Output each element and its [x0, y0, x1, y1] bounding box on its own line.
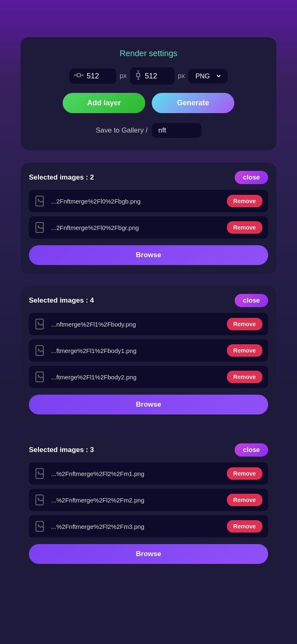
svg-point-13: [38, 226, 39, 227]
file-name-label: ...%2Fnftmerge%2Fl2%2Fm3.png: [51, 523, 222, 530]
group-header-3: Selected images : 3close: [29, 443, 268, 457]
image-groups-container: Selected images : 2close ...2Fnftmerge%2…: [0, 163, 297, 573]
width-px-label: px: [120, 72, 127, 80]
height-input[interactable]: [145, 72, 170, 80]
group-header-1: Selected images : 2close: [29, 171, 268, 184]
browse-button-2[interactable]: Browse: [29, 395, 268, 414]
list-item: ...2Fnftmerge%2Fl0%2Fbgb.pngRemove: [29, 190, 268, 212]
file-name-label: ...%2Fnftmerge%2Fl2%2Fm1.png: [51, 470, 222, 477]
image-group-1: Selected images : 2close ...2Fnftmerge%2…: [21, 163, 276, 274]
list-item: ...ftmerge%2Fl1%2Fbody1.pngRemove: [29, 339, 268, 362]
height-input-wrap: [130, 67, 174, 85]
group-header-2: Selected images : 4close: [29, 294, 268, 307]
width-input[interactable]: [87, 72, 111, 80]
svg-rect-5: [137, 73, 140, 77]
file-name-label: ...nftmerge%2Fl1%2Fbody.png: [51, 321, 222, 328]
add-layer-button[interactable]: Add layer: [63, 93, 145, 113]
image-group-2: Selected images : 4close ...nftmerge%2Fl…: [21, 286, 276, 424]
remove-button[interactable]: Remove: [227, 467, 262, 480]
list-item: ...nftmerge%2Fl1%2Fbody.pngRemove: [29, 313, 268, 335]
file-name-label: ...ftmerge%2Fl1%2Fbody2.png: [51, 374, 222, 381]
render-settings-title: Render settings: [33, 49, 264, 58]
format-select[interactable]: PNG JPG WEBP: [194, 72, 222, 80]
image-group-3: Selected images : 3close ...%2Fnftmerge%…: [21, 435, 276, 573]
close-button-2[interactable]: close: [235, 294, 268, 307]
list-item: ...2Fnftmerge%2Fl0%2Fbgr.pngRemove: [29, 216, 268, 239]
remove-button[interactable]: Remove: [227, 371, 262, 383]
svg-point-23: [38, 498, 39, 500]
format-select-wrap[interactable]: PNG JPG WEBP: [188, 69, 228, 83]
file-name-label: ...%2Fnftmerge%2Fl2%2Fm2.png: [51, 497, 222, 504]
height-icon: [135, 71, 141, 81]
browse-button-1[interactable]: Browse: [29, 245, 268, 265]
render-settings-card: Render settings px: [21, 37, 276, 150]
svg-point-19: [38, 375, 39, 376]
list-item: ...ftmerge%2Fl1%2Fbody2.pngRemove: [29, 366, 268, 388]
list-item: ...%2Fnftmerge%2Fl2%2Fm3.pngRemove: [29, 515, 268, 537]
save-name-input[interactable]: [152, 123, 201, 138]
save-to-gallery-label: Save to Gallery /: [96, 126, 148, 135]
remove-button[interactable]: Remove: [227, 195, 262, 207]
remove-button[interactable]: Remove: [227, 221, 262, 234]
svg-point-17: [38, 349, 39, 350]
svg-point-11: [38, 199, 39, 201]
svg-point-25: [38, 525, 39, 526]
file-name-label: ...ftmerge%2Fl1%2Fbody1.png: [51, 347, 222, 354]
height-px-label: px: [178, 72, 185, 80]
save-row: Save to Gallery /: [33, 123, 264, 138]
action-row: Add layer Generate: [33, 93, 264, 113]
group-title-1: Selected images : 2: [29, 173, 94, 182]
svg-point-15: [38, 322, 39, 324]
file-name-label: ...2Fnftmerge%2Fl0%2Fbgb.png: [51, 198, 222, 205]
remove-button[interactable]: Remove: [227, 520, 262, 533]
close-button-1[interactable]: close: [235, 171, 268, 184]
file-name-label: ...2Fnftmerge%2Fl0%2Fbgr.png: [51, 224, 222, 231]
dimension-row: px px PNG JPG WEBP: [33, 67, 264, 85]
list-item: ...%2Fnftmerge%2Fl2%2Fm2.pngRemove: [29, 489, 268, 511]
svg-rect-0: [77, 73, 80, 77]
close-button-3[interactable]: close: [235, 443, 268, 457]
group-title-3: Selected images : 3: [29, 446, 94, 454]
width-input-wrap: [69, 69, 116, 84]
width-icon: [74, 72, 83, 80]
remove-button[interactable]: Remove: [227, 318, 262, 330]
remove-button[interactable]: Remove: [227, 494, 262, 506]
group-title-2: Selected images : 4: [29, 296, 94, 305]
generate-button[interactable]: Generate: [152, 93, 234, 113]
list-item: ...%2Fnftmerge%2Fl2%2Fm1.pngRemove: [29, 462, 268, 485]
remove-button[interactable]: Remove: [227, 344, 262, 357]
svg-point-21: [38, 472, 39, 473]
browse-button-3[interactable]: Browse: [29, 544, 268, 564]
